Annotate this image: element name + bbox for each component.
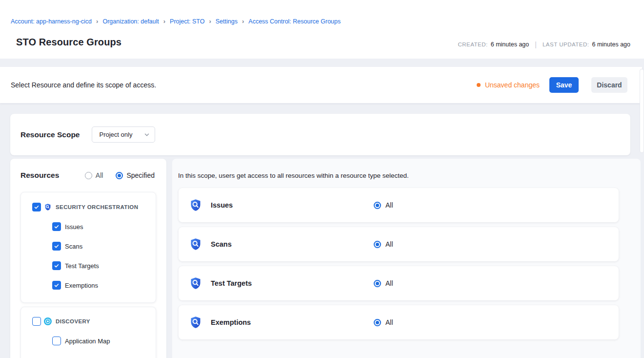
created-label: CREATED:	[458, 42, 487, 47]
breadcrumb-separator: ›	[242, 18, 244, 24]
resource-scope-label: Resource Scope	[20, 130, 80, 139]
breadcrumb-account[interactable]: Account: app-harness-ng-cicd	[11, 18, 92, 25]
discovery-icon	[44, 317, 52, 325]
child-label: Exemptions	[65, 282, 98, 289]
child-label: Issues	[65, 223, 83, 231]
check-icon	[54, 282, 60, 288]
access-all-radio[interactable]	[374, 319, 381, 326]
group-card-discovery: DISCOVERY Application Map	[20, 307, 156, 358]
breadcrumb: Account: app-harness-ng-cicd › Organizat…	[11, 18, 341, 25]
breadcrumb-organization[interactable]: Organization: default	[102, 18, 159, 25]
meta-info: CREATED: 6 minutes ago | LAST UPDATED: 6…	[458, 41, 630, 48]
created-value: 6 minutes ago	[491, 41, 529, 48]
sto-shield-icon	[189, 198, 202, 212]
radio-unselected-icon[interactable]	[85, 172, 92, 179]
page-title: STO Resource Groups	[16, 37, 121, 48]
resource-card-title: Issues	[211, 201, 233, 209]
access-all-radio[interactable]	[374, 202, 381, 209]
last-updated-label: LAST UPDATED:	[543, 42, 589, 47]
resource-scope-card: Resource Scope Project only	[10, 114, 630, 155]
access-all-label: All	[385, 279, 393, 287]
group-card-security-orchestration: SECURITY ORCHESTRATION Issues Scans	[20, 192, 156, 303]
unsaved-changes-dot-icon	[477, 83, 481, 87]
mode-all-label: All	[96, 171, 103, 179]
chevron-down-icon	[144, 132, 150, 138]
last-updated-value: 6 minutes ago	[592, 41, 630, 48]
access-all-radio[interactable]	[374, 280, 381, 287]
resource-card-issues: Issues All	[179, 188, 619, 222]
save-button[interactable]: Save	[549, 77, 579, 93]
resources-panel: Resources All Specified SECURITY ORCHEST…	[10, 159, 166, 358]
checkbox-scans[interactable]	[52, 242, 61, 251]
resource-access-panel: In this scope, users get access to all r…	[172, 159, 641, 358]
resource-card-title: Test Targets	[211, 279, 252, 287]
access-all-radio[interactable]	[374, 241, 381, 248]
breadcrumb-separator: ›	[209, 18, 211, 24]
resource-card-scans: Scans All	[179, 227, 619, 261]
breadcrumb-resource-groups[interactable]: Access Control: Resource Groups	[248, 18, 341, 25]
unsaved-changes-text: Unsaved changes	[485, 81, 540, 89]
radio-selected-icon[interactable]	[116, 172, 123, 179]
mode-all-radio[interactable]: All	[85, 171, 103, 179]
breadcrumb-separator: ›	[96, 18, 98, 24]
breadcrumb-separator: ›	[163, 18, 165, 24]
child-label: Scans	[65, 243, 82, 250]
resource-card-exemptions: Exemptions All	[179, 305, 619, 339]
toolbar-description: Select Resource and define its scope of …	[11, 81, 156, 89]
group-label: SECURITY ORCHESTRATION	[56, 204, 138, 210]
resources-title: Resources	[20, 171, 85, 180]
scope-description: In this scope, users get access to all r…	[178, 172, 409, 179]
check-icon	[54, 224, 60, 230]
child-label: Application Map	[65, 337, 110, 345]
toolbar-actions: Unsaved changes Save Discard	[477, 77, 627, 93]
check-icon	[34, 204, 40, 210]
resource-card-test-targets: Test Targets All	[179, 266, 619, 300]
resource-card-title: Exemptions	[211, 318, 251, 326]
resource-scope-selected: Project only	[99, 131, 144, 138]
resource-scope-dropdown[interactable]: Project only	[92, 126, 155, 143]
sto-shield-icon	[189, 316, 202, 329]
access-all-label: All	[385, 201, 393, 209]
mode-specified-label: Specified	[126, 171, 155, 179]
resource-card-title: Scans	[211, 240, 232, 248]
discard-button[interactable]: Discard	[591, 77, 627, 93]
checkbox-discovery[interactable]	[32, 317, 41, 326]
checkbox-test-targets[interactable]	[52, 261, 61, 270]
checkbox-exemptions[interactable]	[52, 281, 61, 290]
child-label: Test Targets	[65, 262, 99, 270]
checkbox-security-orchestration[interactable]	[32, 203, 41, 211]
group-label: DISCOVERY	[56, 318, 90, 324]
sto-shield-icon	[189, 237, 202, 251]
access-all-label: All	[385, 318, 393, 326]
mode-specified-radio[interactable]: Specified	[116, 171, 155, 179]
checkbox-issues[interactable]	[52, 222, 61, 231]
sto-shield-icon	[189, 276, 202, 290]
check-icon	[54, 263, 60, 269]
checkbox-application-map[interactable]	[52, 337, 61, 345]
action-toolbar: Select Resource and define its scope of …	[0, 67, 642, 103]
breadcrumb-project[interactable]: Project: STO	[170, 18, 204, 25]
scrollbar-thumb[interactable]	[640, 69, 644, 153]
meta-divider: |	[535, 41, 537, 48]
check-icon	[54, 243, 60, 249]
breadcrumb-settings[interactable]: Settings	[216, 18, 238, 25]
page-header: Account: app-harness-ng-cicd › Organizat…	[0, 0, 644, 59]
access-all-label: All	[385, 240, 393, 248]
sto-shield-icon	[44, 203, 52, 211]
